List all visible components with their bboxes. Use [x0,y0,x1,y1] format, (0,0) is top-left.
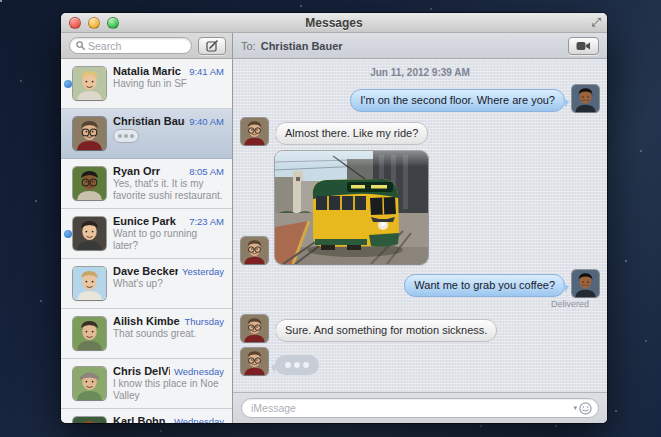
unread-dot [64,80,72,88]
avatar [241,118,268,145]
message-bubble: Almost there. Like my ride? [275,122,428,145]
avatar [572,270,599,297]
conversation-name: Eunice Park [113,215,185,227]
conversation-preview: Want to go running later? [113,228,224,252]
avatar [241,237,268,264]
streetcar-photo-svg [275,151,428,264]
incoming-message-row [241,151,599,264]
avatar [73,267,106,300]
conversation-time: Yesterday [182,266,224,277]
avatar [73,217,106,250]
conversation-name: Karl Bohn [113,415,170,423]
window-body: Natalia Maric9:41 AMHaving fun in SF Chr… [61,59,607,423]
message-bubble: Want me to grab you coffee? [404,274,565,297]
emoji-dropdown-arrow[interactable]: ▾ [573,404,577,412]
conversation-time: 7:23 AM [189,216,224,227]
message-input[interactable] [251,402,573,414]
message-bubble: Sure. And something for motion sickness. [275,319,497,342]
avatar [572,85,599,112]
emoji-picker-icon[interactable] [579,402,592,415]
sidebar-toolbar [61,33,233,59]
outgoing-message-row: I'm on the second floor. Where are you? [241,85,599,112]
date-header: Jun 11, 2012 9:39 AM [241,67,599,78]
conversation-list: Natalia Maric9:41 AMHaving fun in SF Chr… [61,59,233,423]
search-input[interactable] [88,40,185,52]
zoom-window-button[interactable] [107,17,119,29]
conversation-row[interactable]: Dave BeckerYesterdayWhat's up? [61,259,232,309]
conversation-row[interactable]: Ryan Orr8:05 AMYes, that's it. It is my … [61,159,232,209]
typing-indicator-bubble [275,355,319,375]
incoming-message-row [241,348,599,375]
incoming-message-row: Almost there. Like my ride? [241,118,599,145]
conversation-name: Natalia Maric [113,65,185,77]
conversation-preview: I know this place in Noe Valley [113,378,224,402]
conversation-row[interactable]: Christian Bauer9:40 AM [61,109,232,159]
window-title: Messages [305,16,362,30]
conversation-name: Ryan Orr [113,165,185,177]
to-label: To: [241,40,256,52]
conversation-preview: That sounds great. [113,328,224,340]
close-window-button[interactable] [69,17,81,29]
avatar [73,317,106,350]
conversation-row[interactable]: Karl BohnWednesday [61,409,232,423]
search-icon [76,41,85,50]
window-controls [69,17,119,29]
conversation-row[interactable]: Natalia Maric9:41 AMHaving fun in SF [61,59,232,109]
toolbar: To: Christian Bauer [61,33,607,59]
conversation-name: Chris DelVilla... [113,365,170,377]
conversation-time: Thursday [184,316,224,327]
conversation-name: Dave Becker [113,265,178,277]
avatar [73,117,106,150]
conversation-row[interactable]: Chris DelVilla...WednesdayI know this pl… [61,359,232,409]
incoming-message-row: Sure. And something for motion sickness. [241,315,599,342]
minimize-window-button[interactable] [88,17,100,29]
conversation-name: Ailish Kimber [113,315,180,327]
recipient-name: Christian Bauer [261,40,343,52]
avatar [73,417,106,423]
fullscreen-icon[interactable]: ⤢ [591,15,601,29]
search-field[interactable] [69,37,192,54]
video-call-button[interactable] [568,37,599,55]
photo-attachment[interactable] [275,151,428,264]
message-bubble: I'm on the second floor. Where are you? [350,89,565,112]
avatar [73,167,106,200]
window-titlebar[interactable]: Messages ⤢ [61,13,607,33]
messages-window: Messages ⤢ To: Christian Bauer [61,13,607,423]
conversation-preview: What's up? [113,278,224,290]
conversation-time: Wednesday [174,366,224,377]
conversation-time: 9:41 AM [189,66,224,77]
conversation-time: 8:05 AM [189,166,224,177]
delivered-status: Delivered [241,299,589,309]
outgoing-message-row: Want me to grab you coffee? [241,270,599,297]
compose-icon [206,40,219,52]
message-input-pill[interactable]: ▾ [241,398,599,418]
unread-dot [64,230,72,238]
avatar [73,367,106,400]
typing-indicator-icon [113,129,139,143]
conversation-name: Christian Bauer [113,115,185,127]
conversation-row[interactable]: Eunice Park7:23 AMWant to go running lat… [61,209,232,259]
chat-pane: Jun 11, 2012 9:39 AM I'm on the second f… [233,59,607,423]
conversation-time: 9:40 AM [189,116,224,127]
avatar [241,348,268,375]
conversation-time: Wednesday [174,416,224,423]
message-area: Jun 11, 2012 9:39 AM I'm on the second f… [233,59,607,392]
conversation-preview: Yes, that's it. It is my favorite sushi … [113,178,224,202]
message-input-bar: ▾ [233,392,607,423]
avatar [241,315,268,342]
conversation-preview: Having fun in SF [113,78,224,90]
video-camera-icon [576,41,591,51]
avatar [73,67,106,100]
compose-button[interactable] [198,37,226,55]
chat-header: To: Christian Bauer [233,33,607,59]
conversation-row[interactable]: Ailish KimberThursdayThat sounds great. [61,309,232,359]
